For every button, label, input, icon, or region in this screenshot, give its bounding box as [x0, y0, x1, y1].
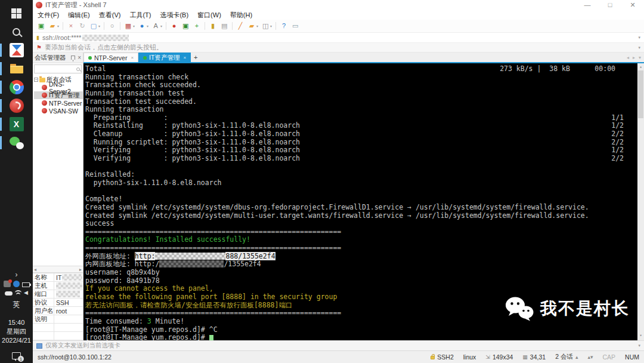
scroll-right-icon[interactable]: ▸ — [79, 267, 82, 272]
proxy-globe-icon[interactable]: ●▾ — [137, 21, 149, 31]
fullscreen-icon[interactable]: + — [192, 21, 202, 31]
session-item-DNS-Server2[interactable]: DNS-Server2 — [34, 84, 83, 91]
file-explorer-icon[interactable] — [0, 60, 33, 78]
new-session-icon[interactable]: ▣ — [36, 21, 46, 31]
tab-scroll-right-icon[interactable]: ▸ — [633, 55, 635, 60]
session-item-IT资产管理[interactable]: IT资产管理 — [34, 91, 83, 99]
menu-帮助[interactable]: 帮助(H) — [230, 11, 252, 20]
search-button[interactable] — [0, 23, 33, 41]
action-center-icon[interactable]: 1 — [12, 352, 21, 359]
address-bar[interactable]: ▮ ssh://root:**** ▾ — [33, 33, 644, 43]
disconnect-icon[interactable]: × — [66, 21, 76, 31]
layout-icon-dropdown[interactable]: ▾ — [270, 24, 272, 28]
tree-collapse-icon[interactable]: − — [34, 78, 38, 82]
defender-icon[interactable] — [13, 281, 20, 287]
send-text-bar[interactable]: 仅将文本发送到当前选项卡 ▾ — [33, 340, 644, 350]
cursor-position-indicator[interactable]: ▦34,31 — [522, 353, 546, 361]
xftp-icon[interactable]: ▣ — [181, 21, 190, 31]
session-tab-NTP-Server[interactable]: NTP-Server× — [83, 53, 138, 62]
property-row-用户名[interactable]: 用户名root — [33, 307, 83, 315]
terminal[interactable]: Total273 kB/s | 38 kB 00:00Running trans… — [83, 63, 644, 340]
keyboard-icon[interactable]: ▤ — [219, 21, 229, 31]
open-folder-icon-dropdown[interactable]: ▾ — [57, 24, 59, 28]
new-file-icon[interactable]: ▰▾ — [247, 21, 259, 31]
scroll-down-icon[interactable]: ▾ — [639, 332, 642, 340]
close-button[interactable]: ✕ — [621, 0, 644, 10]
layout-icon[interactable]: ◫▾ — [261, 21, 273, 31]
find-icon[interactable]: ○ — [107, 21, 117, 31]
font-icon[interactable]: A▾ — [151, 21, 163, 31]
start-button[interactable] — [0, 4, 33, 22]
new-file-icon-dropdown[interactable]: ▾ — [256, 24, 258, 28]
session-item-VSAN-SW[interactable]: VSAN-SW — [34, 107, 83, 115]
os-indicator[interactable]: linux — [463, 353, 476, 361]
session-item-NTP-Server[interactable]: NTP-Server — [34, 99, 83, 107]
reconnect-icon[interactable]: ↻ — [78, 21, 87, 31]
new-terminal-icon[interactable]: ▢▾ — [89, 21, 101, 31]
wifi-icon[interactable] — [15, 290, 21, 296]
message-icon[interactable]: ▭ — [290, 21, 300, 31]
menu-文件[interactable]: 文件(F) — [38, 11, 59, 20]
property-row-端口[interactable]: 端口 — [33, 290, 83, 299]
excel-icon[interactable]: X — [0, 115, 33, 133]
battery-icon[interactable] — [22, 282, 30, 287]
lock-icon[interactable]: ▮ — [208, 21, 218, 31]
horizontal-scrollbar[interactable]: ◂ ▸ — [33, 266, 83, 273]
property-row[interactable] — [33, 324, 83, 332]
pin-icon[interactable] — [71, 56, 75, 60]
menu-选项[interactable]: 选项卡(B) — [160, 11, 188, 20]
xshell-taskbar-icon[interactable] — [0, 97, 33, 115]
onedrive-icon[interactable] — [5, 291, 13, 296]
transfer-arrows[interactable]: ▴▾ — [587, 354, 593, 360]
colorful-x-app-icon[interactable] — [0, 41, 33, 59]
tray-expand-icon[interactable]: › — [16, 270, 18, 279]
session-count[interactable]: 2 会话▴ — [555, 353, 578, 361]
new-terminal-icon-dropdown[interactable]: ▾ — [98, 24, 100, 28]
caps-lock-indicator[interactable]: CAP — [602, 353, 615, 361]
terminal-size-indicator[interactable]: ⇲149x34 — [485, 353, 513, 361]
wechat-icon[interactable] — [0, 134, 33, 152]
help-icon[interactable]: ? — [279, 21, 289, 31]
taskbar-clock[interactable]: 15:40 星期四 2022/4/21 — [2, 318, 31, 345]
property-row-协议[interactable]: 协议SSH — [33, 299, 83, 307]
volume-icon[interactable]: ◀ — [24, 290, 28, 296]
font-icon-dropdown[interactable]: ▾ — [160, 24, 162, 28]
scroll-left-icon[interactable]: ◂ — [34, 267, 36, 272]
property-row-主机[interactable]: 主机 — [33, 282, 83, 290]
session-count-caret-icon[interactable]: ▴ — [575, 354, 578, 360]
property-row-名称[interactable]: 名称IT — [33, 273, 83, 282]
new-tab-button[interactable]: + — [191, 53, 200, 62]
open-folder-icon[interactable]: ▰▾ — [48, 21, 60, 31]
proxy-globe-icon-dropdown[interactable]: ▾ — [147, 24, 148, 28]
protocol-indicator[interactable]: SSH2 — [431, 353, 453, 361]
scrollbar-thumb[interactable] — [638, 70, 643, 118]
maximize-button[interactable]: □ — [599, 0, 621, 10]
tab-scroll-left-icon[interactable]: ◂ — [627, 55, 629, 60]
input-language-indicator[interactable]: 英 — [13, 300, 20, 310]
menu-编辑[interactable]: 编辑(E) — [68, 11, 90, 20]
tab-close-icon[interactable]: × — [131, 55, 134, 60]
menu-工具[interactable]: 工具(T) — [129, 11, 151, 20]
minimize-button[interactable]: — — [576, 0, 599, 10]
tab-close-icon[interactable]: × — [183, 55, 186, 60]
send-bar-dropdown-icon[interactable]: ▾ — [638, 343, 640, 348]
property-row-说明[interactable]: 说明 — [33, 315, 83, 324]
menu-查看[interactable]: 查看(V) — [99, 11, 121, 20]
xshell-logo-icon[interactable]: ● — [169, 21, 179, 31]
session-tab-IT资产管理[interactable]: IT资产管理× — [138, 53, 191, 62]
menu-窗口[interactable]: 窗口(W) — [197, 11, 221, 20]
property-row[interactable] — [33, 332, 83, 340]
num-lock-indicator[interactable]: NUM — [625, 353, 639, 361]
color-scheme-icon-dropdown[interactable]: ▾ — [133, 24, 135, 28]
info-bar-dropdown-icon[interactable]: ▾ — [638, 45, 640, 50]
chrome-icon[interactable] — [0, 78, 33, 96]
session-search-input[interactable] — [34, 64, 82, 73]
address-dropdown-icon[interactable]: ▾ — [638, 35, 640, 40]
color-scheme-icon[interactable]: ▦▾ — [123, 21, 135, 31]
tab-list-dropdown-icon[interactable]: ▾ — [639, 55, 641, 60]
tray-app-icon[interactable] — [4, 281, 11, 287]
title-bar[interactable]: IT资产管理 - Xshell 7 — □ ✕ — [33, 0, 644, 10]
highlight-pen-icon[interactable]: ╱ — [236, 21, 245, 31]
terminal-scrollbar[interactable]: ▴ ▾ — [637, 63, 644, 340]
panel-close-icon[interactable]: × — [78, 54, 81, 61]
